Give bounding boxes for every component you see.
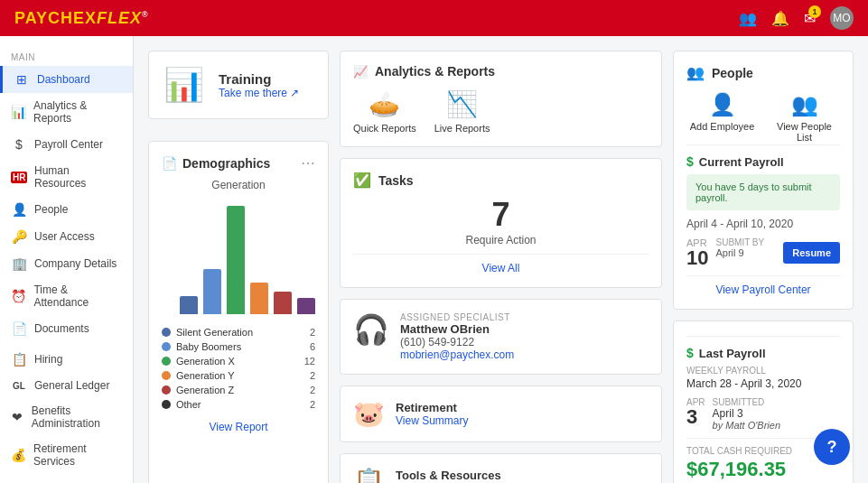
sidebar-item-payroll[interactable]: $ Payroll Center: [0, 131, 133, 158]
live-reports-label: Live Reports: [434, 123, 490, 134]
sidebar-other-label: OTHER: [0, 474, 133, 483]
tasks-view-all-link[interactable]: View All: [353, 254, 649, 274]
sidebar-item-dashboard[interactable]: ⊞ Dashboard: [0, 66, 133, 93]
payroll-date-info: APR 10 SUBMIT BY April 9: [686, 237, 764, 268]
sidebar-item-retirement[interactable]: 💰 Retirement Services: [0, 436, 133, 474]
sidebar-item-label: General Ledger: [34, 379, 109, 392]
last-apr-day: 3: [686, 407, 705, 427]
quick-reports-label: Quick Reports: [353, 123, 416, 134]
bar-silent-gen: [180, 296, 198, 314]
sidebar-item-gl[interactable]: GL General Ledger: [0, 373, 133, 398]
specialist-label: ASSIGNED SPECIALIST: [400, 312, 514, 322]
mail-icon[interactable]: ✉ 1: [804, 10, 816, 27]
bar-gen-z: [274, 292, 292, 314]
specialist-phone: (610) 549-9122: [400, 336, 514, 348]
specialist-name: Matthew OBrien: [400, 322, 514, 336]
demographics-card: 📄 Demographics ⋯ Generation: [148, 141, 329, 483]
analytics-title: Analytics & Reports: [375, 64, 495, 79]
training-title: Training: [219, 71, 299, 87]
retirement-title: Retirement: [396, 401, 468, 414]
tasks-label: Require Action: [353, 234, 649, 246]
company-icon: 🏢: [11, 256, 27, 271]
analytics-icon: 📊: [11, 105, 26, 119]
sidebar-item-label: Retirement Services: [33, 442, 122, 468]
sidebar-item-hiring[interactable]: 📋 Hiring: [0, 346, 133, 373]
legend-item: Generation Y 2: [162, 368, 315, 383]
view-payroll-center-link[interactable]: View Payroll Center: [686, 275, 840, 296]
submit-by-date: April 9: [715, 247, 764, 258]
tools-icon: 📋: [353, 467, 385, 483]
sidebar-item-time[interactable]: ⏰ Time & Attendance: [0, 277, 133, 315]
payroll-week-dates: March 28 - April 3, 2020: [686, 377, 840, 390]
avatar[interactable]: MO: [830, 6, 854, 30]
chart-title: Generation: [162, 179, 315, 191]
bar-other: [297, 298, 315, 314]
last-payroll-dollar-icon: $: [686, 346, 694, 360]
legend-item: Generation Z 2: [162, 383, 315, 397]
sidebar-item-label: Human Resources: [34, 164, 122, 190]
demo-header: 📄 Demographics ⋯: [162, 154, 315, 172]
people-title: People: [712, 66, 753, 80]
sidebar-item-company-details[interactable]: 🏢 Company Details: [0, 250, 133, 277]
last-payroll-apr-row: APR 3 SUBMITTED April 3 by Matt O'Brien: [686, 397, 840, 431]
sidebar-item-benefits[interactable]: ❤ Benefits Administration: [0, 398, 133, 436]
retirement-link[interactable]: View Summary: [396, 414, 468, 427]
sidebar-item-documents[interactable]: 📄 Documents: [0, 315, 133, 342]
sidebar-item-label: Analytics & Reports: [33, 99, 122, 125]
bar-baby-boomers: [203, 269, 221, 314]
sidebar-item-user-access[interactable]: 🔑 User Access: [0, 223, 133, 250]
retirement-card: 🐷 Retirement View Summary: [340, 385, 662, 442]
submitted-date: April 3: [713, 407, 780, 420]
current-payroll-title: $ Current Payroll: [686, 144, 840, 174]
sidebar-main-label: MAIN: [0, 43, 133, 66]
sidebar: MAIN ⊞ Dashboard 📊 Analytics & Reports $…: [0, 36, 134, 483]
live-reports-button[interactable]: 📉 Live Reports: [434, 89, 490, 134]
bar-gen-y: [250, 283, 268, 314]
specialist-email[interactable]: mobrien@paychex.com: [400, 348, 514, 361]
total-cash-amount: $67,196.35: [686, 458, 840, 481]
sidebar-item-label: User Access: [34, 230, 95, 243]
retirement-icon: 💰: [11, 448, 26, 462]
sidebar-item-people[interactable]: 👤 People: [0, 196, 133, 223]
add-employee-button[interactable]: 👤 Add Employee: [686, 92, 758, 143]
help-button[interactable]: ?: [814, 429, 850, 465]
specialist-icon: 🎧: [353, 312, 389, 361]
tasks-header: ✅ Tasks: [353, 172, 649, 189]
team-icon[interactable]: 👥: [739, 10, 757, 27]
people-card-icon: 👥: [686, 64, 705, 81]
nav-icons: 👥 🔔 ✉ 1 MO: [739, 6, 854, 30]
tasks-count: 7: [353, 196, 649, 234]
resume-button[interactable]: Resume: [783, 242, 840, 264]
training-text: Training Take me there ↗: [219, 71, 299, 99]
people-actions: 👤 Add Employee 👥 View People List: [686, 92, 840, 143]
hr-icon: HR: [11, 172, 27, 183]
submitted-by: by Matt O'Brien: [713, 420, 780, 431]
add-employee-label: Add Employee: [690, 121, 755, 132]
user-access-icon: 🔑: [11, 229, 27, 244]
people-card: 👥 People 👤 Add Employee 👥 View People Li…: [673, 51, 854, 310]
dashboard-icon: ⊞: [14, 72, 30, 87]
training-link[interactable]: Take me there ↗: [219, 87, 299, 99]
demo-title: 📄 Demographics: [162, 156, 270, 171]
bell-icon[interactable]: 🔔: [771, 10, 789, 27]
demographics-more-button[interactable]: ⋯: [301, 154, 315, 172]
specialist-card: 🎧 ASSIGNED SPECIALIST Matthew OBrien (61…: [340, 299, 662, 375]
documents-icon: 📄: [11, 321, 27, 336]
sidebar-item-analytics[interactable]: 📊 Analytics & Reports: [0, 93, 133, 131]
legend: Silent Generation 2 Baby Boomers 6 Gener…: [162, 325, 315, 412]
payroll-row: APR 10 SUBMIT BY April 9 Resume: [686, 237, 840, 268]
people-icon: 👤: [11, 202, 27, 217]
analytics-header: 📈 Analytics & Reports: [353, 64, 649, 79]
quick-reports-button[interactable]: 🥧 Quick Reports: [353, 89, 416, 134]
app-logo: PAYCHEXFLEX®: [14, 9, 149, 28]
sidebar-item-label: People: [34, 203, 68, 216]
view-people-list-button[interactable]: 👥 View People List: [769, 92, 840, 143]
sidebar-item-label: Hiring: [34, 353, 62, 366]
sidebar-item-hr[interactable]: HR Human Resources: [0, 158, 133, 196]
tools-info: Tools & Resources View Links: [396, 469, 501, 483]
sidebar-item-label: Dashboard: [37, 73, 90, 86]
legend-item: Other 2: [162, 397, 315, 412]
payroll-date-range: April 4 - April 10, 2020: [686, 218, 840, 230]
view-report-link[interactable]: View Report: [162, 421, 315, 433]
add-employee-icon: 👤: [709, 92, 736, 117]
